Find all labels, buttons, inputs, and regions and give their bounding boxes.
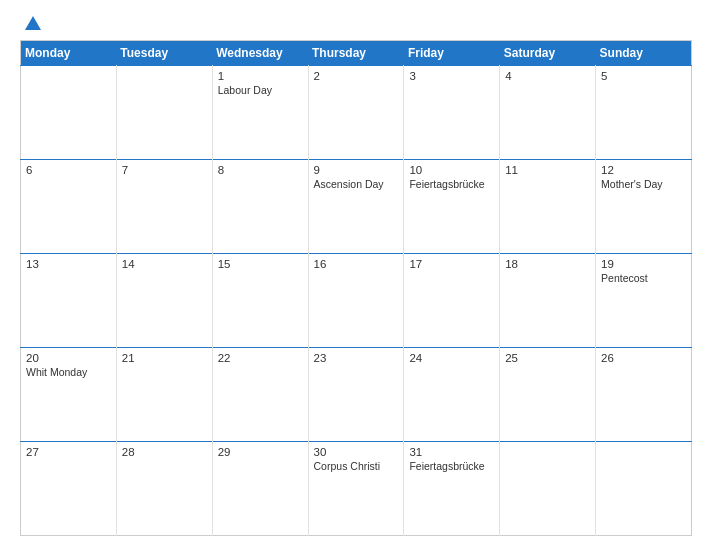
day-number: 14 — [122, 258, 207, 270]
day-number: 12 — [601, 164, 686, 176]
calendar-cell: 12Mother's Day — [596, 160, 692, 254]
day-number: 27 — [26, 446, 111, 458]
calendar-cell: 7 — [116, 160, 212, 254]
calendar-cell — [116, 66, 212, 160]
calendar-cell: 16 — [308, 254, 404, 348]
calendar-cell — [21, 66, 117, 160]
day-number: 18 — [505, 258, 590, 270]
day-number: 9 — [314, 164, 399, 176]
day-event-label: Whit Monday — [26, 366, 111, 378]
day-number: 31 — [409, 446, 494, 458]
week-row: 13141516171819Pentecost — [21, 254, 692, 348]
calendar-cell: 18 — [500, 254, 596, 348]
calendar-cell: 25 — [500, 348, 596, 442]
day-number: 25 — [505, 352, 590, 364]
day-header-saturday: Saturday — [500, 41, 596, 66]
day-number: 30 — [314, 446, 399, 458]
day-number: 29 — [218, 446, 303, 458]
calendar-cell: 23 — [308, 348, 404, 442]
calendar-cell: 20Whit Monday — [21, 348, 117, 442]
day-number: 3 — [409, 70, 494, 82]
calendar-cell: 24 — [404, 348, 500, 442]
calendar-cell: 8 — [212, 160, 308, 254]
day-number: 20 — [26, 352, 111, 364]
day-header-thursday: Thursday — [308, 41, 404, 66]
day-number: 21 — [122, 352, 207, 364]
calendar-cell: 26 — [596, 348, 692, 442]
calendar-cell: 31Feiertagsbrücke — [404, 442, 500, 536]
day-number: 10 — [409, 164, 494, 176]
calendar-table: MondayTuesdayWednesdayThursdayFridaySatu… — [20, 40, 692, 536]
day-header-wednesday: Wednesday — [212, 41, 308, 66]
calendar-cell: 10Feiertagsbrücke — [404, 160, 500, 254]
day-header-monday: Monday — [21, 41, 117, 66]
calendar-cell: 3 — [404, 66, 500, 160]
day-number: 17 — [409, 258, 494, 270]
day-event-label: Pentecost — [601, 272, 686, 284]
day-event-label: Corpus Christi — [314, 460, 399, 472]
day-number: 4 — [505, 70, 590, 82]
calendar-cell: 22 — [212, 348, 308, 442]
day-number: 28 — [122, 446, 207, 458]
days-header-row: MondayTuesdayWednesdayThursdayFridaySatu… — [21, 41, 692, 66]
calendar-cell: 4 — [500, 66, 596, 160]
week-row: 27282930Corpus Christi31Feiertagsbrücke — [21, 442, 692, 536]
day-number: 23 — [314, 352, 399, 364]
day-number: 19 — [601, 258, 686, 270]
calendar-cell: 11 — [500, 160, 596, 254]
day-number: 16 — [314, 258, 399, 270]
day-number: 11 — [505, 164, 590, 176]
day-number: 13 — [26, 258, 111, 270]
calendar-cell: 13 — [21, 254, 117, 348]
day-number: 7 — [122, 164, 207, 176]
week-row: 20Whit Monday212223242526 — [21, 348, 692, 442]
calendar-cell: 15 — [212, 254, 308, 348]
day-number: 15 — [218, 258, 303, 270]
calendar-cell: 2 — [308, 66, 404, 160]
page: MondayTuesdayWednesdayThursdayFridaySatu… — [0, 0, 712, 550]
week-row: 1Labour Day2345 — [21, 66, 692, 160]
calendar-cell: 17 — [404, 254, 500, 348]
calendar-cell — [500, 442, 596, 536]
day-number: 1 — [218, 70, 303, 82]
calendar-cell: 30Corpus Christi — [308, 442, 404, 536]
day-number: 2 — [314, 70, 399, 82]
day-event-label: Feiertagsbrücke — [409, 178, 494, 190]
calendar-cell: 21 — [116, 348, 212, 442]
day-header-sunday: Sunday — [596, 41, 692, 66]
day-number: 24 — [409, 352, 494, 364]
day-event-label: Labour Day — [218, 84, 303, 96]
day-number: 8 — [218, 164, 303, 176]
calendar-cell: 28 — [116, 442, 212, 536]
week-row: 6789Ascension Day10Feiertagsbrücke1112Mo… — [21, 160, 692, 254]
calendar-cell: 27 — [21, 442, 117, 536]
day-number: 22 — [218, 352, 303, 364]
calendar-cell: 5 — [596, 66, 692, 160]
calendar-cell: 9Ascension Day — [308, 160, 404, 254]
day-header-friday: Friday — [404, 41, 500, 66]
day-event-label: Feiertagsbrücke — [409, 460, 494, 472]
calendar-cell: 29 — [212, 442, 308, 536]
day-number: 26 — [601, 352, 686, 364]
day-number: 6 — [26, 164, 111, 176]
calendar-cell: 19Pentecost — [596, 254, 692, 348]
day-event-label: Mother's Day — [601, 178, 686, 190]
logo-triangle-icon — [25, 16, 41, 30]
day-header-tuesday: Tuesday — [116, 41, 212, 66]
day-number: 5 — [601, 70, 686, 82]
calendar-cell: 1Labour Day — [212, 66, 308, 160]
day-event-label: Ascension Day — [314, 178, 399, 190]
calendar-cell: 6 — [21, 160, 117, 254]
calendar-cell: 14 — [116, 254, 212, 348]
header — [20, 18, 692, 30]
calendar-cell — [596, 442, 692, 536]
logo — [20, 18, 41, 30]
